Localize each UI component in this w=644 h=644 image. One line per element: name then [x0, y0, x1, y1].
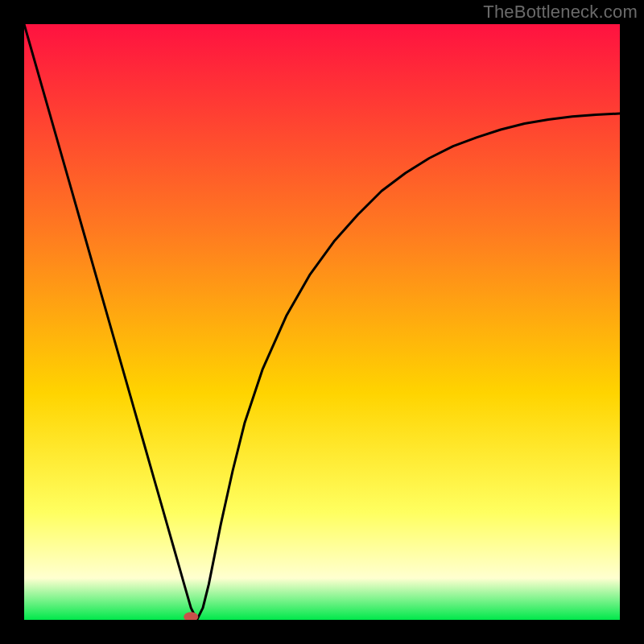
- watermark-text: TheBottleneck.com: [483, 2, 638, 23]
- chart-frame: TheBottleneck.com: [0, 0, 644, 644]
- plot-area: [24, 24, 620, 620]
- bottleneck-chart: [24, 24, 620, 620]
- gradient-background: [24, 24, 620, 620]
